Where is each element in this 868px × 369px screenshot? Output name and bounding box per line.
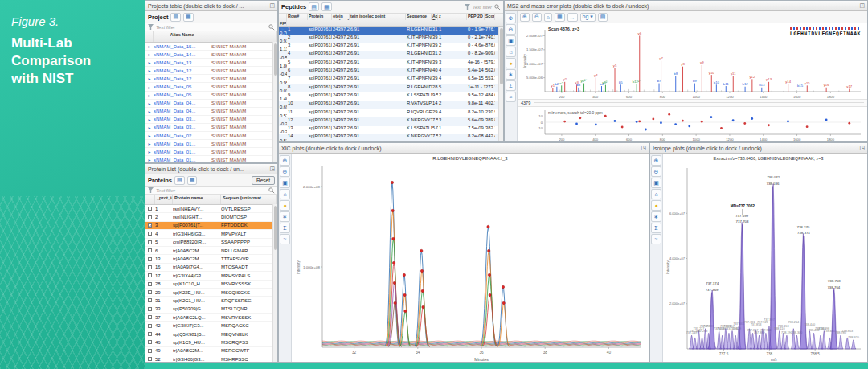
- protein-row[interactable]: 44sp|Q5K981|B...MEQVNELK: [145, 330, 277, 338]
- expand-icon[interactable]: ▸: [145, 133, 154, 138]
- reset-button[interactable]: Reset: [252, 176, 275, 185]
- project-alias[interactable]: sNMAM_Data_01...: [154, 158, 211, 162]
- expand-icon[interactable]: ▸: [145, 100, 154, 106]
- projects-panel-header[interactable]: Projects table (double click to dock / .…: [145, 1, 277, 11]
- curve-button[interactable]: ≈: [651, 234, 661, 244]
- protein-row[interactable]: 4tr|G3I4H6|G3...MPVPYALT: [145, 230, 277, 238]
- mz-error-plot[interactable]: -1001020040060080010001200140016001800m/…: [518, 107, 867, 141]
- protein-row[interactable]: 33sp|P50309|G...MTSLTQNR: [145, 305, 277, 314]
- lock-button[interactable]: ●: [506, 58, 516, 68]
- expand-icon[interactable]: ▸: [145, 149, 154, 154]
- settings-button[interactable]: ∗: [280, 211, 290, 222]
- expand-icon[interactable]: ▸: [145, 84, 154, 90]
- protein-checkbox[interactable]: [148, 340, 152, 344]
- projects-scroll-thumb[interactable]: [274, 43, 277, 76]
- isotope-panel-header[interactable]: Isotope plots (double click to dock / un…: [650, 143, 867, 154]
- curve-button[interactable]: ≈: [506, 92, 516, 102]
- expand-icon[interactable]: ▸: [145, 68, 154, 73]
- peptide-row[interactable]: 4sp|P00761|...24397.256.91R.LGEHNIDVLEGN…: [279, 51, 503, 59]
- peptides-col-10[interactable]: ppm: [279, 20, 287, 27]
- grid-button[interactable]: ▦: [555, 13, 565, 22]
- protein-panel-header[interactable]: Protein List (double click to dock / un.…: [145, 164, 277, 174]
- zoom-out-button[interactable]: ⊖: [651, 166, 661, 177]
- peptides-scrollbar[interactable]: [498, 27, 503, 141]
- project-row[interactable]: ▸sNMAM_Data_05...S:\NIST MAM\M: [145, 92, 277, 100]
- project-alias[interactable]: sNMAM_Data_04...: [154, 100, 211, 105]
- home-button[interactable]: ⌂: [544, 13, 552, 22]
- project-alias[interactable]: sNMAM_Data_05...: [154, 84, 211, 89]
- project-alias[interactable]: sNMAM_Data_01...: [154, 150, 211, 154]
- peptides-col-3[interactable]: otein molecul weight: [332, 14, 350, 20]
- protein-checkbox[interactable]: [148, 332, 152, 336]
- peptide-row[interactable]: 7sp|P00761|...24397.256.91K.ITHPNFNGNTLD…: [279, 76, 503, 84]
- peptides-col-7[interactable]: z: [438, 14, 467, 20]
- peptide-row[interactable]: 14sp|P00761|...24397.256.91K.NKPGVYTK.V7…: [279, 134, 503, 141]
- home-button[interactable]: ⌂: [280, 189, 290, 199]
- peptides-col-5[interactable]: Sequence: [406, 14, 432, 20]
- projects-scrollbar[interactable]: [272, 42, 277, 162]
- protein-checkbox[interactable]: [148, 307, 152, 311]
- lock-button[interactable]: ●: [280, 200, 290, 211]
- project-alias[interactable]: sNMAM_Data_01...: [154, 141, 211, 146]
- protein-checkbox[interactable]: [148, 290, 152, 294]
- protein-row[interactable]: 16tr|A0A9I7G4...MTQSAADT: [145, 264, 277, 272]
- dock-icon[interactable]: ◳: [859, 2, 865, 9]
- peptides-col-4[interactable]: tein isoelec point: [350, 14, 406, 20]
- zoom-in-button[interactable]: ⊕: [280, 155, 290, 166]
- protein-checkbox[interactable]: [148, 282, 152, 286]
- project-row[interactable]: ▸sNMAM_Data_03...S:\NIST MAM\M: [145, 124, 277, 132]
- xic-panel-header[interactable]: XIC plots (double click to dock / undock…: [279, 143, 649, 154]
- peptide-row[interactable]: 6sp|P00761|...24397.256.91K.ITHPNFNGNTLD…: [279, 68, 503, 76]
- expand-icon[interactable]: ▸: [145, 157, 154, 162]
- project-alias[interactable]: sNMAM_Data_12...: [154, 68, 211, 73]
- protein-row[interactable]: 5cm|P88320|R...SSAAPPPPP: [145, 239, 277, 247]
- protein-checkbox[interactable]: [148, 324, 152, 328]
- expand-icon[interactable]: ▸: [145, 92, 154, 98]
- project-row[interactable]: ▸sNMAM_Data_03...S:\NIST MAM\M: [145, 116, 277, 124]
- proteins-scrollbar[interactable]: [272, 204, 277, 362]
- protein-row[interactable]: 28sp|K1C10_H...MSVRYSSSK: [145, 281, 277, 289]
- protein-row[interactable]: 46sp|K1C9_HU...MSCRQFSS: [145, 338, 277, 346]
- expand-icon[interactable]: ▸: [145, 59, 154, 65]
- expand-icon[interactable]: ▸: [145, 141, 154, 146]
- prot-id-column-header[interactable]: _prot_id: [155, 195, 173, 204]
- rows-layout-button[interactable]: ▤: [309, 2, 319, 11]
- peptides-col-0[interactable]: [279, 14, 287, 20]
- protein-row[interactable]: 49tr|A0A8C2M...MERGCWTF: [145, 347, 277, 355]
- zoom-out-button[interactable]: ⊖: [506, 24, 516, 35]
- protein-row[interactable]: 52tr|G3I406|G3...MSHRFSSC: [145, 355, 277, 362]
- peptides-scroll-thumb[interactable]: [500, 28, 503, 84]
- expand-icon[interactable]: ▸: [145, 76, 154, 81]
- project-row[interactable]: ▸sNMAM_Data_13...S:\NIST MAM\M: [145, 59, 277, 67]
- peptides-col-8[interactable]: PEP 2D: [467, 14, 485, 20]
- protein-row[interactable]: 29sp|K22E_HU...MSCQISCKS: [145, 289, 277, 297]
- background-button[interactable]: bg ▾: [580, 13, 596, 22]
- expand-icon[interactable]: ▸: [145, 117, 154, 122]
- protein-row[interactable]: 17tr|G3IX44|G3...MPHSYPALS: [145, 272, 277, 280]
- protein-checkbox[interactable]: [148, 315, 152, 319]
- peptide-row[interactable]: 2sp|P00761|...24397.256.91K.ITHPNFNGNTLD…: [279, 35, 503, 43]
- expand-icon[interactable]: ▸: [145, 109, 154, 114]
- protein-checkbox[interactable]: [148, 215, 152, 219]
- project-row[interactable]: ▸sNMAM_Data_14...S:\NIST MAM\M: [145, 51, 277, 59]
- ms2-panel-header[interactable]: MS2 and mass error plots (double click t…: [505, 1, 867, 11]
- protein-checkbox[interactable]: [148, 298, 152, 302]
- projects-column-header[interactable]: Alias Name: [145, 31, 277, 43]
- alias-name-column-header[interactable]: Alias Name: [154, 31, 211, 42]
- rows-layout-button[interactable]: ▤: [174, 176, 185, 185]
- dock-icon[interactable]: ◳: [641, 145, 646, 151]
- project-alias[interactable]: sNMAM_Data_15...: [154, 44, 211, 49]
- curve-button[interactable]: ≈: [280, 234, 290, 244]
- dock-icon[interactable]: ◳: [269, 166, 275, 172]
- project-alias[interactable]: sNMAM_Data_12...: [154, 76, 211, 81]
- protein-checkbox[interactable]: [148, 349, 152, 353]
- proteins-column-header[interactable]: _prot_id Protein name Sequen (unformat: [145, 195, 277, 205]
- project-row[interactable]: ▸sNMAM_Data_01...S:\NIST MAM\M: [145, 140, 277, 148]
- protein-checkbox[interactable]: [148, 265, 152, 269]
- project-row[interactable]: ▸sNMAM_Data_12...S:\NIST MAM\M: [145, 67, 277, 75]
- protein-checkbox[interactable]: [148, 248, 152, 252]
- protein-row[interactable]: 37tr|A0A8C2LQ...MSVRYSSSK: [145, 314, 277, 322]
- expand-icon[interactable]: ▸: [145, 125, 154, 130]
- peptide-row[interactable]: 5sp|P00761|...24397.256.91K.ITHPNFNGNTLD…: [279, 59, 503, 68]
- protein-checkbox[interactable]: [148, 207, 152, 211]
